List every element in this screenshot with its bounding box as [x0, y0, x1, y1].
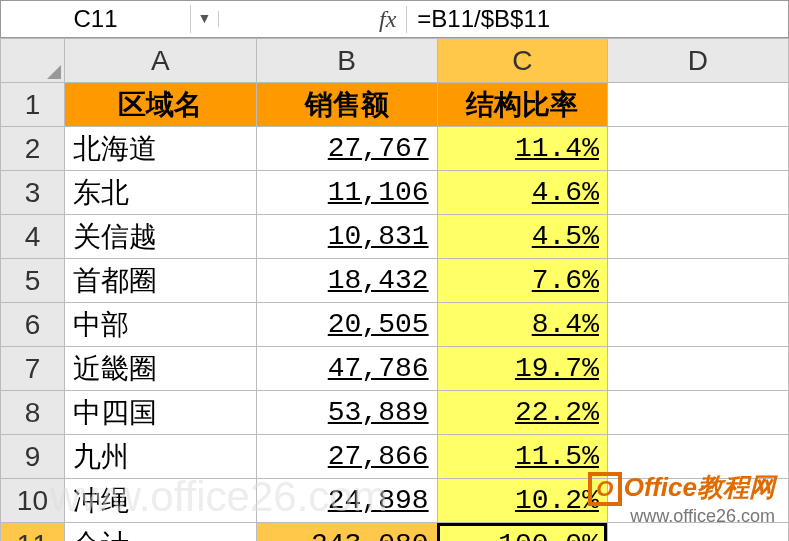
cell-c11[interactable]: 100.0%: [437, 523, 607, 542]
cell-b7[interactable]: 47,786: [256, 347, 437, 391]
cell-b2[interactable]: 27,767: [256, 127, 437, 171]
cell-a1[interactable]: 区域名: [64, 83, 256, 127]
select-all-corner[interactable]: [1, 39, 65, 83]
formula-bar: C11 ▼ fx: [0, 0, 789, 38]
cell-a9[interactable]: 九州: [64, 435, 256, 479]
spreadsheet-grid[interactable]: A B C D 1 区域名 销售额 结构比率 2 北海道 27,767 11.4…: [0, 38, 789, 541]
cell-c3[interactable]: 4.6%: [437, 171, 607, 215]
col-header-d[interactable]: D: [607, 39, 788, 83]
cell-c4[interactable]: 4.5%: [437, 215, 607, 259]
row-header-5[interactable]: 5: [1, 259, 65, 303]
col-header-a[interactable]: A: [64, 39, 256, 83]
logo-url: www.office26.com: [588, 506, 775, 527]
cell-b3[interactable]: 11,106: [256, 171, 437, 215]
cell-d7[interactable]: [607, 347, 788, 391]
cell-c1[interactable]: 结构比率: [437, 83, 607, 127]
cell-a4[interactable]: 关信越: [64, 215, 256, 259]
col-header-c[interactable]: C: [437, 39, 607, 83]
cell-d3[interactable]: [607, 171, 788, 215]
cell-c2[interactable]: 11.4%: [437, 127, 607, 171]
cell-c5[interactable]: 7.6%: [437, 259, 607, 303]
logo-text: Office教程网: [624, 472, 775, 502]
cell-d5[interactable]: [607, 259, 788, 303]
row-header-6[interactable]: 6: [1, 303, 65, 347]
row-header-7[interactable]: 7: [1, 347, 65, 391]
cell-c8[interactable]: 22.2%: [437, 391, 607, 435]
row-header-4[interactable]: 4: [1, 215, 65, 259]
site-logo: OOffice教程网 www.office26.com: [588, 470, 775, 527]
cell-a8[interactable]: 中四国: [64, 391, 256, 435]
row-header-10[interactable]: 10: [1, 479, 65, 523]
cell-b8[interactable]: 53,889: [256, 391, 437, 435]
cell-b4[interactable]: 10,831: [256, 215, 437, 259]
row-header-9[interactable]: 9: [1, 435, 65, 479]
cell-d4[interactable]: [607, 215, 788, 259]
cell-a2[interactable]: 北海道: [64, 127, 256, 171]
cell-a5[interactable]: 首都圈: [64, 259, 256, 303]
row-header-11[interactable]: 11: [1, 523, 65, 542]
logo-o-icon: O: [588, 472, 622, 506]
formula-input[interactable]: [417, 5, 657, 33]
cell-a11[interactable]: 合计: [64, 523, 256, 542]
cell-a7[interactable]: 近畿圈: [64, 347, 256, 391]
col-header-b[interactable]: B: [256, 39, 437, 83]
cell-c10[interactable]: 10.2%: [437, 479, 607, 523]
cell-b11[interactable]: 243,080: [256, 523, 437, 542]
row-header-8[interactable]: 8: [1, 391, 65, 435]
row-header-3[interactable]: 3: [1, 171, 65, 215]
cell-a10[interactable]: 冲绳: [64, 479, 256, 523]
row-header-2[interactable]: 2: [1, 127, 65, 171]
cell-c9[interactable]: 11.5%: [437, 435, 607, 479]
cell-d2[interactable]: [607, 127, 788, 171]
cell-b6[interactable]: 20,505: [256, 303, 437, 347]
cell-a3[interactable]: 东北: [64, 171, 256, 215]
cell-b5[interactable]: 18,432: [256, 259, 437, 303]
cell-c7[interactable]: 19.7%: [437, 347, 607, 391]
cell-b1[interactable]: 销售额: [256, 83, 437, 127]
cell-d6[interactable]: [607, 303, 788, 347]
row-header-1[interactable]: 1: [1, 83, 65, 127]
fx-icon[interactable]: fx: [379, 6, 407, 33]
cell-a6[interactable]: 中部: [64, 303, 256, 347]
name-box[interactable]: C11: [1, 5, 191, 33]
name-box-dropdown-icon[interactable]: ▼: [191, 11, 219, 27]
cell-c6[interactable]: 8.4%: [437, 303, 607, 347]
cell-b9[interactable]: 27,866: [256, 435, 437, 479]
cell-d8[interactable]: [607, 391, 788, 435]
cell-d1[interactable]: [607, 83, 788, 127]
cell-b10[interactable]: 24,898: [256, 479, 437, 523]
